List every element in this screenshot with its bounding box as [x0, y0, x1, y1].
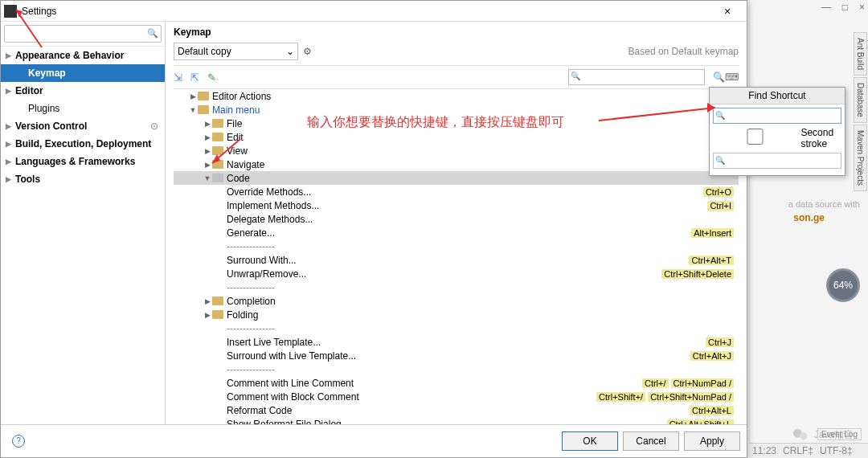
find-shortcut-icon[interactable]: 🔍⌨ [713, 72, 739, 83]
tree-folder[interactable]: ▶File [174, 117, 739, 130]
tree-action[interactable]: Implement Methods...Ctrl+I [174, 198, 739, 212]
chevron-right-icon: ▶ [6, 140, 15, 148]
status-bar: 11:23 CRLF‡ UTF-8‡ [749, 443, 868, 458]
shortcut-badge: Ctrl+/ [642, 378, 669, 388]
tree-action[interactable]: Override Methods...Ctrl+O [174, 185, 739, 198]
second-stroke-input[interactable] [713, 153, 841, 169]
shortcut-badge: Ctrl+J [706, 337, 734, 347]
sidebar-item-tools[interactable]: ▶Tools [1, 170, 165, 188]
tree-folder[interactable]: ▶Edit [174, 130, 739, 144]
settings-dialog: Settings × 🔍 ▶Appearance & BehaviorKeyma… [0, 0, 747, 458]
tree-arrow-icon: ▶ [203, 161, 212, 169]
second-stroke-checkbox[interactable] [713, 129, 797, 145]
maximize-icon[interactable]: □ [842, 2, 848, 13]
close-icon[interactable]: × [859, 2, 865, 13]
folder-icon [212, 133, 223, 141]
action-search: 🔍 [568, 69, 705, 85]
tree-arrow-icon: ▶ [188, 92, 198, 100]
second-stroke-row[interactable]: Second stroke [713, 127, 841, 149]
tree-action[interactable]: --------------- [174, 239, 739, 253]
expand-all-icon[interactable]: ⇲ [174, 72, 182, 84]
shortcut-badge: Ctrl+Shift+Delete [661, 269, 734, 279]
keymap-select[interactable]: Default copy ⌄ [174, 43, 298, 60]
tree-folder[interactable]: ▼Main menu [174, 103, 739, 117]
keymap-panel: Keymap Default copy ⌄ ⚙ Based on Default… [166, 22, 747, 424]
shortcut-badge: Ctrl+I [707, 201, 734, 211]
cancel-button[interactable]: Cancel [623, 431, 679, 451]
tree-action[interactable]: --------------- [174, 280, 739, 294]
collapse-all-icon[interactable]: ⇱ [190, 72, 199, 84]
tree-action[interactable]: Delegate Methods... [174, 212, 739, 226]
tree-arrow-icon: ▶ [203, 133, 212, 141]
sidebar-item-appearance-behavior[interactable]: ▶Appearance & Behavior [1, 47, 165, 64]
apply-button[interactable]: Apply [684, 431, 740, 451]
tree-arrow-icon: ▶ [203, 297, 212, 305]
action-search-input[interactable] [568, 69, 705, 85]
tree-action[interactable]: --------------- [174, 321, 739, 335]
shortcut-input[interactable] [713, 108, 841, 124]
tree-action[interactable]: Comment with Block CommentCtrl+Shift+/Ct… [174, 390, 739, 403]
dialog-title: Settings [22, 6, 711, 17]
based-on-label: Based on Default keymap [628, 46, 739, 57]
tree-action[interactable]: Reformat CodeCtrl+Alt+L [174, 403, 739, 417]
tab-ant-build[interactable]: Ant Build [854, 32, 867, 76]
tree-folder[interactable]: ▼Code [174, 171, 739, 185]
tree-action[interactable]: Surround with Live Template...Ctrl+Alt+J [174, 349, 739, 362]
folder-icon [212, 160, 223, 169]
shortcut-badge: Ctrl+NumPad / [671, 378, 734, 388]
chevron-right-icon: ▶ [6, 87, 15, 95]
sidebar-item-keymap[interactable]: Keymap [1, 64, 165, 82]
chevron-down-icon: ⌄ [286, 46, 294, 57]
tree-action[interactable]: Surround With...Ctrl+Alt+T [174, 253, 739, 267]
tree-action[interactable]: Comment with Line CommentCtrl+/Ctrl+NumP… [174, 376, 739, 390]
wechat-icon [792, 426, 809, 444]
sidebar-item-plugins[interactable]: Plugins [1, 100, 165, 117]
folder-icon [212, 174, 223, 182]
tree-arrow-icon: ▼ [203, 174, 212, 182]
shortcut-badge: Ctrl+Shift+/ [596, 392, 645, 402]
tree-action[interactable]: Unwrap/Remove...Ctrl+Shift+Delete [174, 267, 739, 280]
sidebar-item-languages-frameworks[interactable]: ▶Languages & Frameworks [1, 153, 165, 170]
shortcut-badge: Ctrl+Alt+J [690, 351, 734, 361]
tree-folder[interactable]: ▶Completion [174, 294, 739, 308]
tree-arrow-icon: ▼ [188, 106, 198, 114]
close-button[interactable]: × [711, 5, 743, 18]
chevron-right-icon: ▶ [6, 175, 15, 183]
event-log-button[interactable]: Event Log [817, 428, 862, 440]
tree-action[interactable]: Generate...Alt+Insert [174, 226, 739, 239]
right-tool-tabs: Ant Build Database Maven Projects [854, 32, 868, 193]
sidebar-item-editor[interactable]: ▶Editor [1, 82, 165, 100]
keymap-toolbar: ⇲ ⇱ ✎ 🔍 🔍⌨ [174, 65, 739, 89]
keymap-tree[interactable]: ▶Editor Actions▼Main menu▶File▶Edit▶View… [174, 89, 739, 424]
sidebar-item-version-control[interactable]: ▶Version Control⊙ [1, 117, 165, 135]
tab-maven[interactable]: Maven Projects [854, 125, 867, 191]
code-snippet: son.ge [793, 212, 825, 223]
tree-folder[interactable]: ▶Navigate [174, 157, 739, 171]
popup-title: Find Shortcut [710, 88, 845, 104]
ok-button[interactable]: OK [562, 431, 618, 451]
sidebar-item-build-execution-deployment[interactable]: ▶Build, Execution, Deployment [1, 135, 165, 153]
tree-folder[interactable]: ▶Folding [174, 308, 739, 321]
tree-folder[interactable]: ▶Editor Actions [174, 89, 739, 103]
svg-point-1 [800, 432, 807, 440]
folder-icon [212, 296, 223, 305]
app-icon [4, 5, 17, 18]
help-button[interactable]: ? [12, 435, 25, 448]
settings-search-input[interactable] [4, 25, 162, 43]
titlebar: Settings × [1, 1, 747, 22]
find-shortcut-popup: Find Shortcut 🔍 Second stroke 🔍 [709, 87, 845, 176]
tab-database[interactable]: Database [854, 77, 867, 123]
chevron-right-icon: ▶ [6, 51, 15, 59]
search-icon: 🔍 [715, 156, 725, 165]
tree-action[interactable]: Insert Live Template...Ctrl+J [174, 335, 739, 349]
minimize-icon[interactable]: — [821, 2, 831, 13]
shortcut-badge: Ctrl+Alt+T [689, 256, 734, 265]
tree-action[interactable]: --------------- [174, 362, 739, 376]
tree-arrow-icon: ▶ [203, 311, 212, 319]
second-stroke-label: Second stroke [800, 127, 841, 149]
settings-sidebar: 🔍 ▶Appearance & BehaviorKeymap▶EditorPlu… [1, 22, 166, 424]
keymap-gear-icon[interactable]: ⚙ [303, 46, 312, 57]
edit-icon[interactable]: ✎ [207, 72, 216, 84]
tree-folder[interactable]: ▶View [174, 144, 739, 157]
tree-action[interactable]: Show Reformat File DialogCtrl+Alt+Shift+… [174, 417, 739, 424]
